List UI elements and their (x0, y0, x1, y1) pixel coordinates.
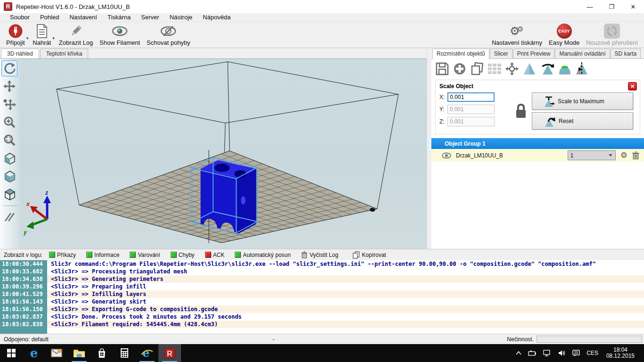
log-row: 18:03:02.837<Slic3r> Done. Process took … (0, 313, 644, 321)
reset-scale-button[interactable]: Reset (532, 112, 633, 130)
menu-soubor[interactable]: Soubor (5, 13, 35, 21)
log-toggle-ack[interactable]: ACK (205, 252, 225, 258)
parallel-projection-button[interactable] (1, 209, 17, 225)
easy-mode-button[interactable]: EASY Easy Mode (545, 23, 583, 47)
internet-explorer-icon[interactable]: e (136, 344, 158, 362)
menu-tiskarna[interactable]: Tiskárna (102, 13, 136, 21)
menu-pohled[interactable]: Pohled (35, 13, 64, 21)
log-timestamp: 18:00:33.682 (0, 268, 47, 275)
language-indicator[interactable]: CES (584, 344, 601, 362)
view-tabs: 3D náhled Teplotní křivka (0, 48, 427, 58)
calculator-icon[interactable] (113, 344, 136, 362)
visibility-eye-icon[interactable] (442, 152, 451, 159)
load-button[interactable]: Nahrát (29, 23, 54, 47)
add-object-icon[interactable] (453, 62, 467, 76)
log-toggle-informace[interactable]: Informace (86, 252, 119, 258)
front-view-button[interactable] (1, 168, 17, 184)
printer-settings-button[interactable]: ⚙⚙ Nastavení tiskárny (488, 23, 545, 47)
delete-object-trash-icon[interactable] (632, 151, 639, 159)
log-toggle-prikazy[interactable]: Příkazy (49, 252, 76, 258)
pan-view-button[interactable] (1, 78, 17, 94)
tab-rozmisteni-objektu[interactable]: Rozmístění objektů (432, 49, 489, 59)
log-row: 18:00:30.444Slic3r command:C:\Program Fi… (0, 260, 644, 268)
tray-chevron-icon[interactable] (513, 344, 524, 362)
zoom-button[interactable] (1, 114, 17, 130)
clear-log-button[interactable]: Vyčistit Log (301, 251, 339, 258)
start-button[interactable] (0, 344, 23, 362)
log-row: 18:00:33.682<Slic3r> => Processing trian… (0, 268, 644, 275)
menu-server[interactable]: Server (136, 13, 164, 21)
edge-browser-icon[interactable]: e (23, 344, 45, 362)
log-toggle-varovani[interactable]: Varování (130, 252, 160, 258)
log-toggle-chyby[interactable]: Chyby (171, 252, 195, 258)
tab-print-preview[interactable]: Print Preview (513, 49, 555, 58)
connect-dropdown-caret[interactable]: ▾ (26, 36, 29, 41)
copy-icon (353, 251, 360, 259)
rotate-view-button[interactable] (1, 60, 17, 76)
tab-3d-preview[interactable]: 3D náhled (1, 49, 39, 59)
svg-text:z: z (45, 189, 48, 196)
log-row: 18:00:34.638<Slic3r> => Generating perim… (0, 275, 644, 283)
lock-aspect-icon[interactable] (514, 103, 528, 119)
tab-sd-karta[interactable]: SD karta (611, 49, 641, 58)
menu-napoveda[interactable]: Nápověda (198, 13, 236, 21)
svg-text:R: R (167, 350, 173, 358)
object-settings-gear-icon[interactable]: ⚙ (620, 150, 627, 160)
log-message: <Slic3r> => Infilling layers (47, 290, 146, 298)
scale-x-input[interactable] (447, 92, 495, 102)
menu-nastaveni[interactable]: Nastavení (64, 13, 102, 21)
connect-button[interactable]: Připojit (3, 23, 28, 47)
copy-object-icon[interactable] (470, 62, 484, 76)
tab-temperature-curve[interactable]: Teplotní křivka (40, 49, 89, 58)
windows-store-icon[interactable] (91, 344, 113, 362)
taskbar-clock[interactable]: 18:04 08.12.2015 (603, 347, 638, 359)
log-timestamp: 18:03:02.837 (0, 313, 47, 321)
gears-icon: ⚙⚙ (509, 24, 526, 39)
battery-icon[interactable] (526, 344, 539, 362)
mail-app-icon[interactable] (45, 344, 68, 362)
file-explorer-icon[interactable] (68, 344, 91, 362)
object-name: Drzak_LM10UU_B (456, 152, 503, 159)
notification-icon[interactable] (570, 344, 582, 362)
scale-to-maximum-button[interactable]: Scale to Maximum (532, 92, 633, 110)
cut-object-icon[interactable] (575, 62, 589, 76)
close-scale-panel-button[interactable]: ✕ (628, 82, 637, 90)
center-object-icon[interactable] (505, 62, 519, 76)
top-view-button[interactable] (1, 186, 17, 202)
load-dropdown-caret[interactable]: ▾ (52, 36, 55, 41)
copies-dropdown[interactable]: 1 (568, 150, 616, 160)
restore-button[interactable]: ❐ (601, 0, 622, 13)
object-list-row[interactable]: Drzak_LM10UU_B 1 ⚙ (431, 149, 644, 162)
svg-text:y: y (23, 229, 27, 236)
idle-status: Nečinnost. (507, 336, 534, 343)
repetier-host-taskbar-icon[interactable]: R (158, 344, 181, 362)
object-group-header[interactable]: Object Group 1 (431, 138, 644, 149)
network-icon[interactable] (541, 344, 554, 362)
lay-flat-icon[interactable] (557, 62, 571, 76)
save-icon[interactable] (435, 62, 449, 76)
emergency-stop-button: Nouzové přerušení (583, 23, 641, 47)
rotate-object-icon[interactable] (540, 62, 554, 76)
pane-splitter[interactable] (427, 48, 431, 249)
isometric-view-button[interactable] (1, 150, 17, 166)
menu-nastroje[interactable]: Nástroje (165, 13, 198, 21)
scale-object-icon[interactable] (522, 62, 537, 76)
close-button[interactable]: ✕ (622, 0, 644, 13)
speaker-icon[interactable] (556, 344, 568, 362)
log-output[interactable]: 18:00:30.444Slic3r command:C:\Program Fi… (0, 260, 644, 334)
show-log-button[interactable]: Zobrazit Log (56, 23, 96, 47)
minimize-button[interactable]: — (579, 0, 601, 13)
move-object-button[interactable] (1, 96, 17, 112)
pencil-icon (68, 24, 83, 39)
tab-slicer[interactable]: Slicer (490, 49, 512, 58)
fit-view-button[interactable] (1, 132, 17, 148)
copy-log-button[interactable]: Kopírovat (353, 251, 386, 259)
log-toggle-automaticky-posun[interactable]: Automatický posun (235, 252, 290, 258)
tab-manualni-ovladani[interactable]: Manuální ovládání (555, 49, 610, 58)
hide-travel-button[interactable]: Schovat pohyby (143, 23, 194, 47)
log-timestamp: 18:01:56.143 (0, 298, 47, 305)
3d-scene: z x y (0, 59, 427, 249)
3d-viewport[interactable]: z x y (0, 58, 427, 249)
z-label: Z: (439, 118, 445, 125)
show-filament-button[interactable]: Show Filament (96, 23, 143, 47)
